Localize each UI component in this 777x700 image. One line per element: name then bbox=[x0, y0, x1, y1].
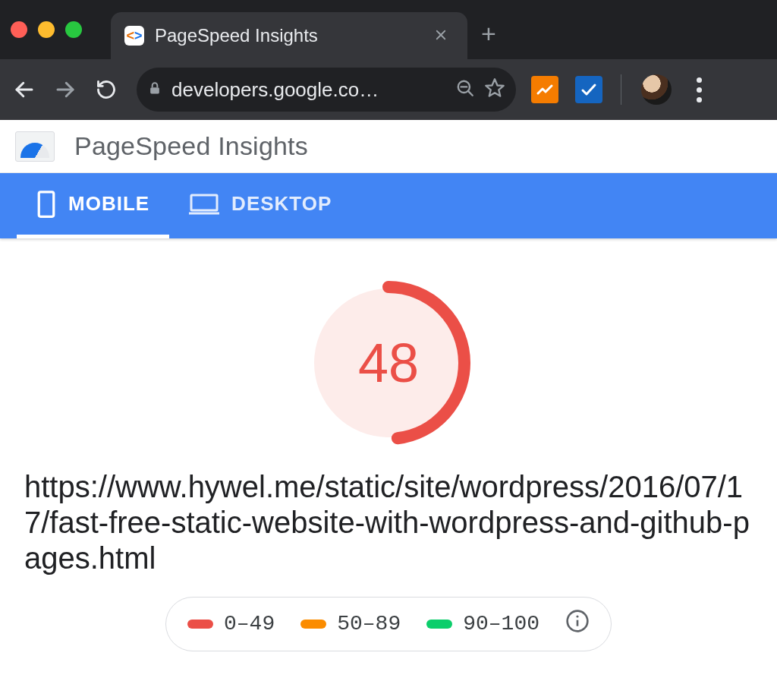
browser-tab-title: PageSpeed Insights bbox=[155, 25, 417, 46]
forward-button[interactable] bbox=[47, 71, 83, 108]
score-gauge: 48 bbox=[305, 279, 472, 446]
svg-rect-10 bbox=[191, 195, 217, 210]
legend-label-poor: 0–49 bbox=[224, 612, 275, 635]
legend-range-poor: 0–49 bbox=[187, 612, 275, 635]
page-content: PageSpeed Insights MOBILE DESKTOP 48 htt… bbox=[0, 120, 777, 682]
device-tabs: MOBILE DESKTOP bbox=[0, 173, 777, 238]
info-icon[interactable] bbox=[565, 609, 590, 639]
pagespeed-favicon-icon: <> bbox=[124, 26, 144, 46]
legend-label-average: 50–89 bbox=[337, 612, 401, 635]
tab-mobile[interactable]: MOBILE bbox=[17, 173, 169, 238]
legend-range-good: 90–100 bbox=[426, 612, 539, 635]
app-header: PageSpeed Insights bbox=[0, 120, 777, 173]
browser-toolbar: developers.google.co… bbox=[0, 59, 777, 120]
close-tab-button[interactable] bbox=[428, 22, 454, 49]
extension-check-icon[interactable] bbox=[575, 76, 602, 103]
lock-icon bbox=[147, 79, 162, 100]
browser-menu-button[interactable] bbox=[684, 77, 714, 102]
tab-desktop[interactable]: DESKTOP bbox=[169, 173, 351, 238]
window-close-button[interactable] bbox=[11, 21, 27, 38]
svg-marker-8 bbox=[486, 79, 503, 96]
toolbar-separator bbox=[621, 74, 621, 105]
new-tab-button[interactable]: + bbox=[481, 19, 496, 49]
legend-label-good: 90–100 bbox=[463, 612, 539, 635]
svg-rect-4 bbox=[150, 87, 159, 93]
window-zoom-button[interactable] bbox=[65, 21, 82, 38]
back-button[interactable] bbox=[6, 71, 42, 108]
score-legend: 0–49 50–89 90–100 bbox=[165, 597, 612, 651]
profile-avatar[interactable] bbox=[641, 74, 672, 105]
svg-line-6 bbox=[468, 91, 473, 96]
svg-rect-9 bbox=[39, 191, 54, 216]
zoom-out-icon[interactable] bbox=[455, 78, 475, 101]
window-controls bbox=[11, 21, 82, 38]
score-value: 48 bbox=[305, 279, 472, 446]
tested-url: https://www.hywel.me/static/site/wordpre… bbox=[24, 469, 753, 577]
extension-analytics-icon[interactable] bbox=[531, 76, 558, 103]
legend-range-average: 50–89 bbox=[300, 612, 401, 635]
pagespeed-logo-icon bbox=[15, 131, 55, 162]
tab-mobile-label: MOBILE bbox=[68, 192, 149, 216]
tab-desktop-label: DESKTOP bbox=[231, 192, 332, 216]
app-title: PageSpeed Insights bbox=[74, 131, 308, 161]
browser-tab-active[interactable]: <> PageSpeed Insights bbox=[111, 12, 467, 59]
bookmark-star-icon[interactable] bbox=[484, 77, 505, 102]
reload-button[interactable] bbox=[88, 71, 124, 108]
url-text: developers.google.co… bbox=[171, 78, 446, 102]
browser-tab-strip: <> PageSpeed Insights + bbox=[0, 0, 777, 59]
result-area: 48 https://www.hywel.me/static/site/word… bbox=[0, 238, 777, 682]
svg-point-15 bbox=[576, 615, 578, 617]
address-bar[interactable]: developers.google.co… bbox=[137, 68, 516, 112]
window-minimize-button[interactable] bbox=[38, 21, 55, 38]
